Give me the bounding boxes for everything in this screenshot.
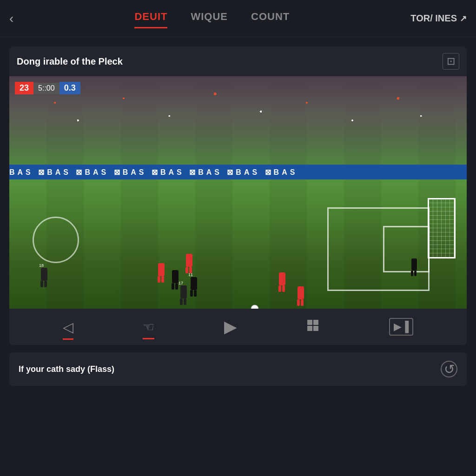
ad-text: BAS ⊠BAS ⊠BAS ⊠BAS ⊠BAS ⊠BAS ⊠BAS ⊠BAS xyxy=(9,168,298,177)
field-lines: 18 11 xyxy=(9,179,467,309)
player-17: 17 xyxy=(178,281,187,305)
tor-link-label: TOR/ INES xyxy=(410,13,457,24)
svg-rect-33 xyxy=(313,326,318,331)
svg-rect-8 xyxy=(282,285,285,292)
tor-link[interactable]: TOR/ INES ↗ xyxy=(410,13,467,24)
svg-text:11: 11 xyxy=(188,272,193,277)
svg-rect-28 xyxy=(411,271,413,276)
svg-rect-20 xyxy=(190,290,193,297)
svg-rect-30 xyxy=(307,320,312,325)
video-controls: ◁ ☜ ▶ ▶▐ xyxy=(9,309,467,345)
svg-rect-27 xyxy=(411,258,417,271)
external-link-icon: ↗ xyxy=(460,13,467,24)
svg-rect-14 xyxy=(44,281,47,287)
second-card-title: If your cath sady (Flass) xyxy=(19,364,114,374)
svg-rect-25 xyxy=(184,298,186,305)
svg-rect-32 xyxy=(307,326,312,331)
nav-tabs: DEUIT WIQUE COUNT xyxy=(27,11,397,26)
svg-rect-23 xyxy=(180,285,187,298)
players-overlay: 18 11 xyxy=(9,179,467,309)
video-title: Dong irable of the Pleck xyxy=(17,56,123,67)
score-time: 5::00 xyxy=(33,83,60,94)
tab-wique[interactable]: WIQUE xyxy=(191,11,228,26)
svg-rect-3 xyxy=(186,254,192,267)
svg-rect-9 xyxy=(298,286,304,299)
svg-text:17: 17 xyxy=(178,281,183,285)
player-red-4 xyxy=(297,286,304,306)
svg-rect-12 xyxy=(41,268,47,281)
player-red-1 xyxy=(158,263,165,283)
player-red-3 xyxy=(278,272,285,292)
player-black-3: 11 xyxy=(188,272,197,297)
video-player[interactable]: BAS ⊠BAS ⊠BAS ⊠BAS ⊠BAS ⊠BAS ⊠BAS ⊠BAS xyxy=(9,76,467,309)
svg-rect-2 xyxy=(161,276,164,283)
svg-rect-0 xyxy=(158,263,165,276)
player-black-1: 18 xyxy=(39,263,47,287)
tab-count[interactable]: COUNT xyxy=(251,11,290,26)
svg-rect-17 xyxy=(172,283,174,290)
player-black-2 xyxy=(172,270,178,290)
svg-rect-18 xyxy=(175,283,178,290)
video-card-header: Dong irable of the Pleck ⊡ xyxy=(9,46,467,76)
svg-rect-31 xyxy=(313,320,318,325)
svg-text:18: 18 xyxy=(39,263,44,268)
svg-rect-7 xyxy=(278,285,281,292)
second-card: If your cath sady (Flass) ↺ xyxy=(9,352,467,386)
top-nav: ‹ DEUIT WIQUE COUNT TOR/ INES ↗ xyxy=(0,0,476,37)
svg-rect-6 xyxy=(279,272,285,285)
svg-rect-19 xyxy=(191,277,197,290)
back-button[interactable]: ‹ xyxy=(9,11,13,26)
score-overlay: 23 5::00 0.3 xyxy=(15,82,80,94)
tab-deuit[interactable]: DEUIT xyxy=(134,11,167,26)
svg-rect-21 xyxy=(194,290,197,297)
like-button[interactable]: ☜ xyxy=(143,319,154,335)
svg-rect-10 xyxy=(297,299,300,306)
main-content: Dong irable of the Pleck ⊡ BAS ⊠BAS ⊠BAS… xyxy=(0,37,476,395)
svg-rect-1 xyxy=(158,276,160,283)
next-button[interactable]: ▶▐ xyxy=(389,318,414,336)
soccer-ball xyxy=(251,305,258,309)
player-near-goal xyxy=(411,258,417,276)
score-team2: 0.3 xyxy=(60,82,80,94)
ad-banner: BAS ⊠BAS ⊠BAS ⊠BAS ⊠BAS ⊠BAS ⊠BAS ⊠BAS xyxy=(9,165,467,179)
svg-rect-16 xyxy=(172,270,178,283)
chat-icon[interactable]: ⊡ xyxy=(443,53,459,70)
score-team1: 23 xyxy=(15,82,33,94)
svg-rect-29 xyxy=(414,271,416,276)
grid-button[interactable] xyxy=(306,319,319,335)
play-button[interactable]: ▶ xyxy=(224,317,237,337)
volume-button[interactable]: ◁ xyxy=(63,319,73,335)
svg-rect-11 xyxy=(301,299,304,306)
refresh-icon[interactable]: ↺ xyxy=(441,361,457,377)
svg-rect-13 xyxy=(40,281,43,287)
player-red-2 xyxy=(185,254,192,273)
svg-rect-24 xyxy=(180,298,183,305)
video-card: Dong irable of the Pleck ⊡ BAS ⊠BAS ⊠BAS… xyxy=(9,46,467,345)
